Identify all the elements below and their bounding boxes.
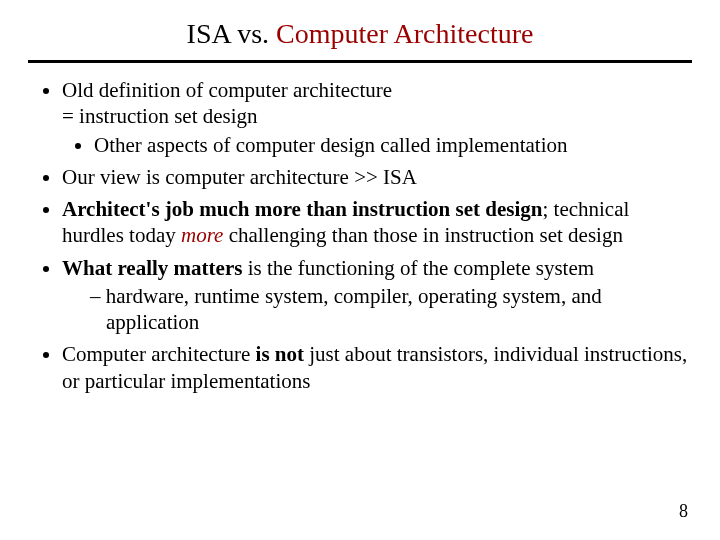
bullet-1-line2: = instruction set design: [62, 104, 258, 128]
bullet-list: Old definition of computer architecture …: [28, 77, 692, 394]
title-rule: [28, 60, 692, 63]
bullet-3-more: more: [181, 223, 223, 247]
bullet-5-pre: Computer architecture: [62, 342, 256, 366]
bullet-1: Old definition of computer architecture …: [62, 77, 692, 158]
bullet-1-sub1: Other aspects of computer design called …: [94, 132, 692, 158]
bullet-3: Architect's job much more than instructi…: [62, 196, 692, 249]
bullet-4-rest: is the functioning of the complete syste…: [242, 256, 594, 280]
bullet-5: Computer architecture is not just about …: [62, 341, 692, 394]
bullet-4-dashlist: hardware, runtime system, compiler, oper…: [62, 283, 692, 336]
bullet-3-rest: challenging than those in instruction se…: [223, 223, 623, 247]
bullet-4: What really matters is the functioning o…: [62, 255, 692, 336]
bullet-4-dash1: hardware, runtime system, compiler, oper…: [90, 283, 692, 336]
bullet-4-bold: What really matters: [62, 256, 242, 280]
bullet-1-sublist: Other aspects of computer design called …: [62, 132, 692, 158]
title-accent: Computer Architecture: [276, 18, 533, 49]
title-pre: ISA vs.: [187, 18, 276, 49]
slide-title: ISA vs. Computer Architecture: [28, 18, 692, 50]
page-number: 8: [679, 501, 688, 522]
bullet-3-bold: Architect's job much more than instructi…: [62, 197, 542, 221]
bullet-5-bold: is not: [256, 342, 304, 366]
bullet-1-line1: Old definition of computer architecture: [62, 78, 392, 102]
slide: ISA vs. Computer Architecture Old defini…: [0, 0, 720, 540]
bullet-2: Our view is computer architecture >> ISA: [62, 164, 692, 190]
